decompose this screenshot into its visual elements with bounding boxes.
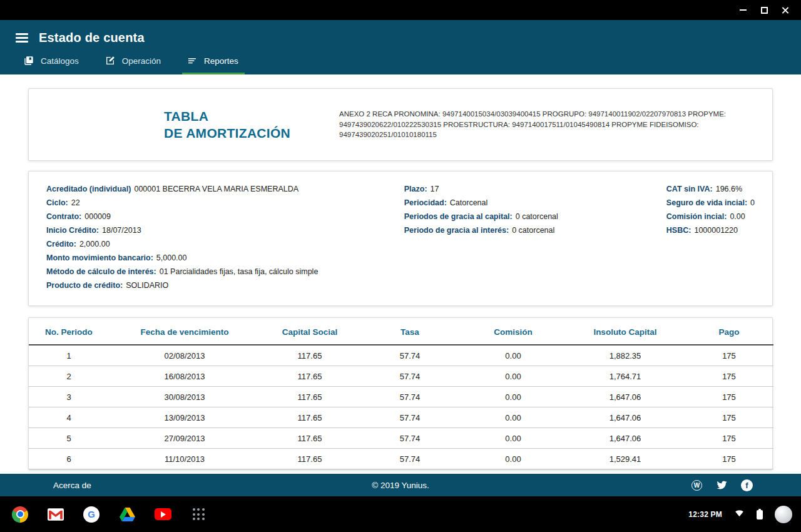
wordpress-link[interactable] [690, 479, 703, 492]
close-button[interactable] [775, 2, 796, 18]
copyright-text: © 2019 Yunius. [372, 481, 429, 490]
detail-field: Plazo:17 [404, 182, 666, 196]
detail-field: Periodos de gracia al capital:0 catorcen… [404, 210, 666, 223]
chrome-icon [12, 506, 28, 523]
detail-value: SOLIDARIO [126, 281, 168, 290]
google-app-button[interactable] [83, 506, 100, 523]
cell-fecha-vencimiento: 16/08/2013 [109, 366, 260, 387]
hamburger-menu-icon[interactable] [16, 32, 28, 44]
facebook-link[interactable] [740, 479, 753, 492]
cell-fecha-vencimiento: 13/09/2013 [109, 407, 260, 428]
cell-comision: 0.00 [461, 428, 566, 449]
detail-field: Monto movimiento bancario:5,000.00 [46, 251, 404, 265]
cell-fecha-vencimiento: 27/09/2013 [109, 428, 260, 449]
report-header-card: TABLA DE AMORTIZACIÓN ANEXO 2 RECA PRONO… [28, 88, 773, 161]
cell-no-periodo: 6 [29, 449, 109, 469]
cell-no-periodo: 5 [29, 428, 109, 449]
status-tray[interactable]: 12:32 PM [688, 506, 792, 523]
cell-capital-social: 117.65 [260, 407, 359, 428]
detail-label: Acreditado (individual) [46, 185, 131, 193]
cell-comision: 0.00 [461, 366, 566, 387]
tab-label: Reportes [204, 56, 238, 66]
col-header-tasa: Tasa [359, 318, 461, 345]
detail-label: Periodo de gracia al interés: [404, 226, 509, 235]
twitter-link[interactable] [715, 479, 728, 492]
google-icon [83, 506, 99, 523]
detail-value: 22 [71, 198, 80, 207]
amortization-table-card: No. Periodo Fecha de vencimiento Capital… [28, 317, 773, 470]
app-header: Estado de cuenta Catálogos Operación Rep… [0, 20, 801, 74]
detail-value: 000001 BECERRA VELA MARIA ESMERALDA [134, 185, 298, 193]
window-titlebar [0, 0, 801, 20]
report-title-line1: TABLA [164, 108, 311, 125]
about-link[interactable]: Acerca de [53, 481, 91, 490]
detail-field: CAT sin IVA:196.6% [666, 182, 755, 196]
table-row: 3 30/08/2013 117.65 57.74 0.00 1,647.06 … [29, 387, 773, 407]
cell-no-periodo: 2 [29, 366, 109, 387]
cell-capital-social: 117.65 [260, 428, 359, 449]
cell-pago: 175 [685, 407, 773, 428]
cell-no-periodo: 1 [29, 345, 109, 366]
detail-value: 0 [750, 198, 755, 207]
details-column-2: Plazo:17 Periocidad:Catorcenal Periodos … [404, 182, 666, 292]
chrome-app-button[interactable] [11, 506, 29, 523]
cell-insoluto-capital: 1,764.71 [566, 366, 685, 387]
detail-value: 5,000.00 [156, 253, 187, 262]
table-row: 6 11/10/2013 117.65 57.74 0.00 1,529.41 … [29, 449, 773, 469]
detail-value: Catorcenal [450, 198, 487, 207]
page-title: Estado de cuenta [39, 31, 145, 45]
drive-app-button[interactable] [118, 506, 136, 523]
detail-value: 17 [431, 185, 439, 193]
facebook-icon [741, 479, 753, 491]
details-column-1: Acreditado (individual)000001 BECERRA VE… [46, 182, 404, 292]
cell-insoluto-capital: 1,529.41 [566, 449, 685, 469]
detail-field: Contrato:000009 [46, 210, 404, 223]
tab-label: Catálogos [41, 56, 79, 66]
detail-field: Ciclo:22 [46, 196, 404, 210]
maximize-button[interactable] [753, 2, 775, 18]
credit-details-card: Acreditado (individual)000001 BECERRA VE… [28, 171, 773, 306]
tab-catalogos[interactable]: Catálogos [19, 50, 85, 74]
cell-insoluto-capital: 1,647.06 [566, 407, 685, 428]
detail-field: Periodo de gracia al interés:0 catorcena… [404, 223, 666, 237]
app-launcher-button[interactable] [190, 506, 207, 523]
tab-reportes[interactable]: Reportes [182, 50, 245, 74]
cell-tasa: 57.74 [359, 366, 461, 387]
detail-value: 18/07/2013 [102, 226, 141, 235]
cell-tasa: 57.74 [359, 345, 461, 366]
cell-no-periodo: 4 [29, 407, 109, 428]
cell-tasa: 57.74 [359, 428, 461, 449]
detail-label: Comisión incial: [666, 212, 727, 221]
cell-insoluto-capital: 1,647.06 [566, 387, 685, 407]
detail-field: Producto de crédito:SOLIDARIO [46, 279, 404, 292]
wordpress-icon [691, 480, 702, 491]
col-header-no-periodo: No. Periodo [29, 318, 109, 345]
table-row: 1 02/08/2013 117.65 57.74 0.00 1,882.35 … [29, 345, 773, 366]
cell-insoluto-capital: 1,882.35 [566, 345, 685, 366]
col-header-capital-social: Capital Social [260, 318, 359, 345]
cell-capital-social: 117.65 [260, 449, 359, 469]
detail-label: Método de cálculo de interés: [46, 267, 156, 276]
details-column-3: CAT sin IVA:196.6% Seguro de vida incial… [666, 182, 755, 292]
detail-field: Seguro de vida incial:0 [666, 196, 755, 210]
youtube-app-button[interactable] [154, 506, 171, 523]
detail-field: Comisión incial:0.00 [666, 210, 755, 223]
detail-label: Plazo: [404, 185, 427, 193]
youtube-icon [155, 508, 171, 520]
cell-tasa: 57.74 [359, 387, 461, 407]
detail-value: 1000001220 [694, 226, 738, 235]
battery-icon [757, 510, 763, 519]
cell-comision: 0.00 [461, 449, 566, 469]
reports-icon [187, 56, 197, 66]
tab-operacion[interactable]: Operación [100, 50, 167, 74]
col-header-pago: Pago [685, 318, 773, 345]
detail-field: Periocidad:Catorcenal [404, 196, 666, 210]
avatar[interactable] [775, 506, 792, 523]
gmail-app-button[interactable] [47, 506, 64, 523]
minimize-button[interactable] [732, 2, 753, 18]
os-shelf: 12:32 PM [0, 496, 801, 532]
cell-capital-social: 117.65 [260, 366, 359, 387]
cell-pago: 175 [685, 449, 773, 469]
detail-field: Inicio Crédito:18/07/2013 [46, 223, 404, 237]
detail-field: Método de cálculo de interés:01 Parciali… [46, 265, 404, 279]
